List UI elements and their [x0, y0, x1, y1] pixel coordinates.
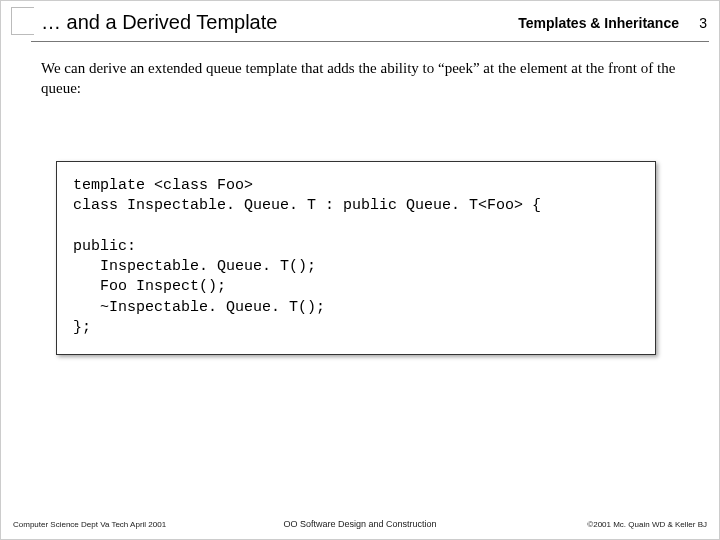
intro-text: We can derive an extended queue template…: [41, 59, 689, 98]
slide-footer: Computer Science Dept Va Tech April 2001…: [1, 509, 719, 529]
code-content: template <class Foo> class Inspectable. …: [73, 176, 639, 338]
header-rule: [31, 41, 709, 42]
code-box: template <class Foo> class Inspectable. …: [56, 161, 656, 355]
chapter-label: Templates & Inheritance: [518, 15, 679, 31]
slide-header: … and a Derived Template Templates & Inh…: [1, 11, 719, 41]
footer-right: ©2001 Mc. Quain WD & Keller BJ: [587, 520, 707, 529]
slide: … and a Derived Template Templates & Inh…: [0, 0, 720, 540]
page-number: 3: [699, 15, 707, 31]
slide-title: … and a Derived Template: [41, 11, 277, 34]
